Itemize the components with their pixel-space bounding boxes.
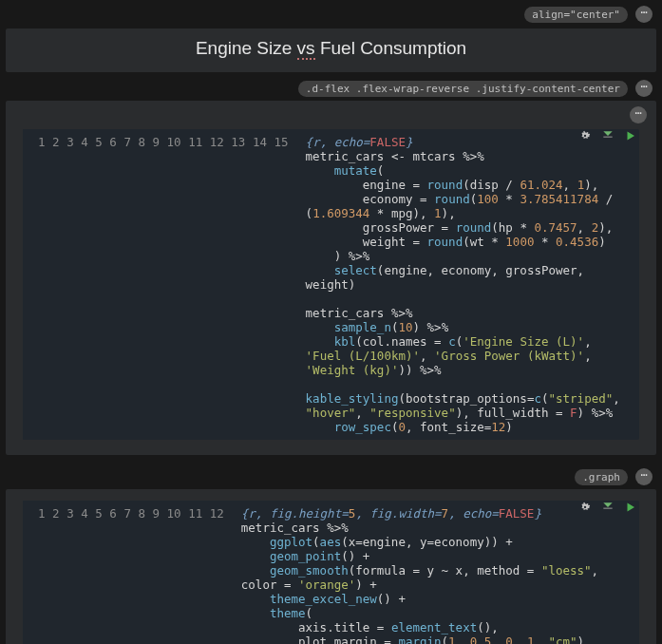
block1-panel-menu[interactable]: ⋯ xyxy=(630,106,647,123)
block2-tag[interactable]: .graph xyxy=(575,469,628,485)
svg-rect-1 xyxy=(603,508,612,509)
block1-section-bar: .d-flex .flex-wrap-reverse .justify-cont… xyxy=(0,76,662,101)
gear-icon[interactable] xyxy=(578,129,592,142)
code-panel-1: ⋯ 1 2 3 4 5 6 7 8 9 10 11 12 13 14 15 {r… xyxy=(6,101,656,455)
title-cell[interactable]: Engine Size vs Fuel Consumption xyxy=(6,28,656,72)
title-menu-button[interactable]: ⋯ xyxy=(635,6,653,23)
gear-icon[interactable] xyxy=(578,501,592,514)
line-gutter: 1 2 3 4 5 6 7 8 9 10 11 12 xyxy=(23,501,234,644)
block2-section-bar: .graph ⋯ xyxy=(0,464,662,489)
block2-section-menu[interactable]: ⋯ xyxy=(635,468,653,485)
line-gutter: 1 2 3 4 5 6 7 8 9 10 11 12 13 14 15 xyxy=(23,129,298,440)
svg-rect-0 xyxy=(603,137,612,138)
block1-section-menu[interactable]: ⋯ xyxy=(635,80,653,97)
run-chunk-icon[interactable] xyxy=(624,129,637,142)
code-panel-2: 1 2 3 4 5 6 7 8 9 10 11 12 {r, fig.heigh… xyxy=(6,489,656,644)
run-above-icon[interactable] xyxy=(601,129,615,142)
align-tag[interactable]: align="center" xyxy=(524,7,628,23)
title-toolbar: align="center" ⋯ xyxy=(0,0,662,28)
block1-code-toolbar xyxy=(578,129,637,142)
block1-tag[interactable]: .d-flex .flex-wrap-reverse .justify-cont… xyxy=(298,81,628,97)
code-text-2[interactable]: {r, fig.height=5, fig.width=7, echo=FALS… xyxy=(234,501,639,644)
run-above-icon[interactable] xyxy=(601,501,615,514)
code-editor-2[interactable]: 1 2 3 4 5 6 7 8 9 10 11 12 {r, fig.heigh… xyxy=(23,501,639,644)
block2-code-toolbar xyxy=(578,501,637,514)
code-text-1[interactable]: {r, echo=FALSE} metric_cars <- mtcars %>… xyxy=(298,129,639,440)
run-chunk-icon[interactable] xyxy=(624,501,637,514)
page-title: Engine Size vs Fuel Consumption xyxy=(6,38,656,59)
code-editor-1[interactable]: 1 2 3 4 5 6 7 8 9 10 11 12 13 14 15 {r, … xyxy=(23,129,639,440)
